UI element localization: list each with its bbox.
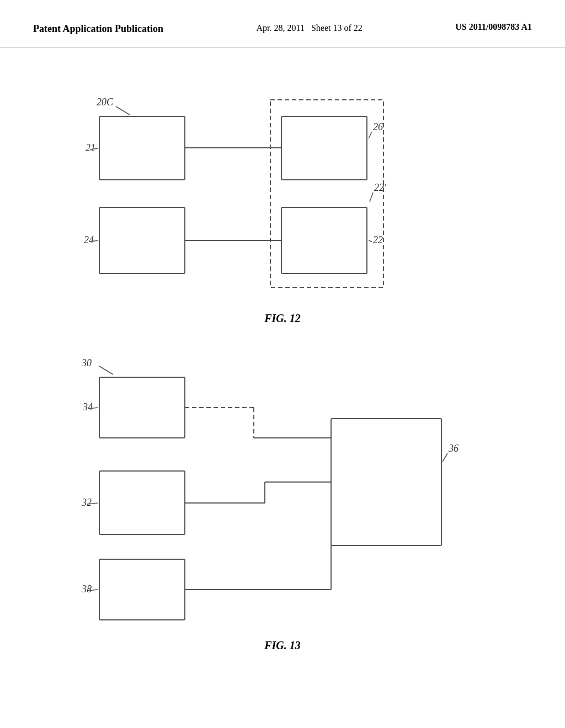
label-22: 22 — [373, 234, 383, 245]
fig12-label: FIG. 12 — [44, 312, 521, 325]
content-area: 20C 21 26 24 22 — [0, 47, 565, 668]
publication-date-sheet: Apr. 28, 2011 Sheet 13 of 22 — [257, 22, 363, 34]
svg-line-8 — [99, 366, 113, 374]
box-22 — [281, 207, 367, 274]
fig12-diagram: 20C 21 26 24 22 — [44, 75, 521, 307]
label-20c: 20C — [97, 97, 114, 108]
fig13-svg: 30 34 36 32 — [44, 341, 521, 634]
label-30: 30 — [81, 357, 92, 368]
label-34: 34 — [82, 402, 93, 413]
sheet-info: Sheet 13 of 22 — [311, 23, 363, 33]
box-24 — [99, 207, 185, 274]
svg-line-0 — [116, 106, 130, 115]
svg-line-5 — [369, 240, 372, 242]
box-21 — [99, 116, 185, 180]
label-22prime: 22' — [374, 182, 387, 193]
label-21: 21 — [86, 142, 95, 153]
publication-title: Patent Application Publication — [33, 22, 163, 36]
fig13-label: FIG. 13 — [44, 639, 521, 652]
label-24: 24 — [84, 234, 94, 245]
publication-date: Apr. 28, 2011 — [257, 23, 305, 33]
fig13-diagram: 30 34 36 32 — [44, 341, 521, 634]
patent-number: US 2011/0098783 A1 — [455, 22, 532, 32]
page: Patent Application Publication Apr. 28, … — [0, 0, 565, 728]
svg-line-6 — [370, 192, 373, 202]
box-38 — [99, 559, 185, 620]
box-32 — [99, 471, 185, 534]
label-38: 38 — [81, 584, 92, 595]
svg-line-13 — [443, 453, 447, 462]
box-36 — [331, 419, 441, 545]
svg-line-2 — [369, 132, 372, 138]
label-36: 36 — [448, 443, 459, 454]
box-26 — [281, 116, 367, 180]
page-header: Patent Application Publication Apr. 28, … — [0, 0, 565, 47]
fig12-svg: 20C 21 26 24 22 — [44, 75, 521, 307]
label-26: 26 — [373, 121, 383, 132]
label-32: 32 — [81, 497, 92, 508]
box-34 — [99, 377, 185, 438]
